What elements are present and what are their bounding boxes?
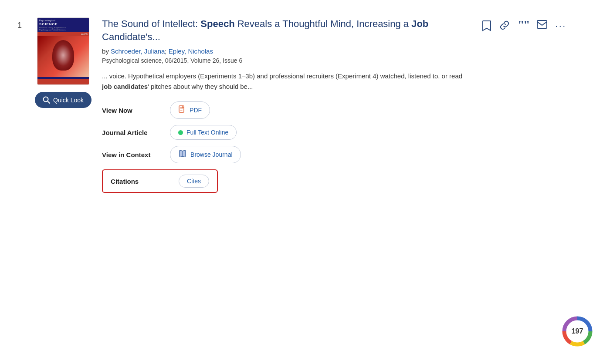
bookmark-icon (482, 20, 491, 31)
thumbnail-image (37, 36, 89, 77)
author1-link[interactable]: Schroeder, Juliana (111, 47, 165, 55)
abstract-text: ... voice. Hypothetical employers (Exper… (102, 71, 473, 92)
bookmark-button[interactable] (482, 20, 491, 31)
article-thumbnail[interactable]: Psychological SCIENCE Research, Theory, … (37, 17, 89, 85)
pdf-button[interactable]: PDF (170, 101, 210, 119)
view-now-row: View Now PDF (102, 101, 473, 119)
title-bold1: Speech (200, 18, 234, 29)
abstract-part2: ' pitches about why they should be... (148, 83, 253, 90)
title-part1: The Sound of Intellect: (102, 18, 200, 29)
pub-info: Psychological science, 06/2015, Volume 2… (102, 57, 473, 64)
altmetric-donut-chart: 197 (562, 316, 593, 347)
journal-name-large: SCIENCE (39, 22, 87, 27)
link-icon (499, 20, 510, 30)
view-in-context-label: View in Context (102, 151, 163, 158)
result-number: 1 (17, 17, 35, 193)
author-sep: ; (165, 47, 168, 55)
online-status-dot (178, 130, 183, 135)
title-part2: Reveals a Thoughtful Mind, Increasing a (235, 18, 412, 29)
abstract-bold: job candidates (102, 83, 148, 90)
meta-rows: View Now PDF Journal Article (102, 101, 473, 193)
quick-look-button[interactable]: Quick Look (35, 92, 92, 108)
title-suffix: Candidate's... (102, 31, 160, 42)
browse-journal-button[interactable]: Browse Journal (170, 146, 241, 163)
more-options-button[interactable]: ··· (555, 21, 566, 31)
author2-link[interactable]: Epley, Nicholas (169, 47, 213, 55)
content-column: The Sound of Intellect: Speech Reveals a… (102, 17, 482, 193)
abstract-part1: ... voice. Hypothetical employers (Exper… (102, 72, 462, 80)
quick-look-label: Quick Look (53, 97, 84, 104)
email-button[interactable] (537, 20, 547, 29)
browse-journal-label: Browse Journal (190, 151, 233, 158)
svg-text:197: 197 (572, 327, 583, 335)
citations-box: Citations Cites (102, 169, 218, 193)
authors-line: by Schroeder, Juliana; Epley, Nicholas (102, 47, 473, 55)
cites-button[interactable]: Cites (179, 175, 209, 188)
book-icon (178, 150, 187, 159)
link-button[interactable] (499, 20, 510, 30)
citations-row: Citations Cites (102, 169, 473, 193)
citations-label: Citations (111, 178, 172, 185)
pdf-icon (178, 105, 186, 115)
svg-rect-5 (537, 20, 547, 28)
search-icon (43, 96, 50, 104)
action-icons-column: " " ··· (482, 17, 566, 193)
view-now-label: View Now (102, 107, 163, 114)
more-options-dots: ··· (555, 21, 566, 31)
journal-logo: ◉ APS (37, 32, 89, 36)
thumbnail-footer (37, 77, 89, 79)
thumbnail-column: Psychological SCIENCE Research, Theory, … (35, 17, 92, 193)
email-icon (537, 20, 547, 29)
svg-line-1 (47, 101, 50, 103)
quote-icon: " " (518, 20, 529, 30)
journal-article-label: Journal Article (102, 129, 163, 136)
authors-prefix: by (102, 47, 111, 55)
article-title[interactable]: The Sound of Intellect: Speech Reveals a… (102, 17, 473, 43)
journal-article-row: Journal Article Full Text Online (102, 125, 473, 140)
result-container: 1 Psychological SCIENCE Research, Theory… (0, 0, 588, 210)
altmetric-badge[interactable]: 197 (562, 316, 593, 347)
svg-text:": " (523, 20, 529, 30)
pdf-label: PDF (190, 107, 202, 114)
full-text-label: Full Text Online (186, 129, 228, 136)
title-bold2: Job (411, 18, 428, 29)
journal-subtitle: Research, Theory, & Application inPsycho… (39, 27, 87, 31)
cite-button[interactable]: " " (518, 20, 529, 30)
view-in-context-row: View in Context Browse Journal (102, 146, 473, 163)
full-text-button[interactable]: Full Text Online (170, 125, 237, 140)
